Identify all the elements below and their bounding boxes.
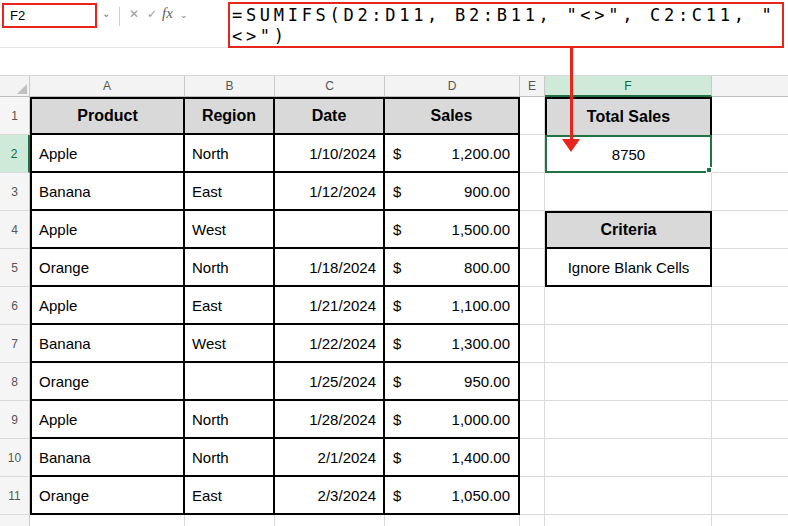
column-header-A[interactable]: A [30, 76, 185, 97]
cell-E2[interactable] [520, 135, 545, 173]
row-header-2-selected[interactable]: 2 [0, 135, 30, 173]
cell-G9[interactable] [712, 401, 788, 439]
cell-A5[interactable]: Orange [30, 249, 185, 287]
cell-C9[interactable]: 1/28/2024 [275, 401, 385, 439]
cell-C12[interactable] [275, 515, 385, 526]
cancel-icon[interactable]: ✕ [129, 7, 139, 21]
cell-F11[interactable] [545, 477, 712, 515]
cell-B4[interactable]: West [185, 211, 275, 249]
cell-G3[interactable] [712, 173, 788, 211]
cell-F6[interactable] [545, 287, 712, 325]
column-header-D[interactable]: D [385, 76, 520, 97]
cell-F10[interactable] [545, 439, 712, 477]
cell-B3[interactable]: East [185, 173, 275, 211]
cell-D8[interactable]: $950.00 [385, 363, 520, 401]
row-header-3[interactable]: 3 [0, 173, 30, 211]
cell-E4[interactable] [520, 211, 545, 249]
cell-B9[interactable]: North [185, 401, 275, 439]
insert-function-icon[interactable]: fx [162, 5, 173, 22]
cell-A6[interactable]: Apple [30, 287, 185, 325]
cell-D12[interactable] [385, 515, 520, 526]
cell-F4[interactable]: Criteria [545, 211, 712, 249]
row-header-1[interactable]: 1 [0, 97, 30, 135]
cell-C2[interactable]: 1/10/2024 [275, 135, 385, 173]
cell-A4[interactable]: Apple [30, 211, 185, 249]
cell-A9[interactable]: Apple [30, 401, 185, 439]
name-box[interactable]: F2 [2, 3, 97, 28]
cell-D4[interactable]: $1,500.00 [385, 211, 520, 249]
cell-D9[interactable]: $1,000.00 [385, 401, 520, 439]
cell-G4[interactable] [712, 211, 788, 249]
cell-F3[interactable] [545, 173, 712, 211]
row-header-8[interactable]: 8 [0, 363, 30, 401]
cell-A12[interactable] [30, 515, 185, 526]
cell-B2[interactable]: North [185, 135, 275, 173]
cell-E3[interactable] [520, 173, 545, 211]
cell-G8[interactable] [712, 363, 788, 401]
fx-dropdown-icon[interactable]: ⌄ [180, 10, 188, 20]
cell-E9[interactable] [520, 401, 545, 439]
cell-E5[interactable] [520, 249, 545, 287]
cell-E12[interactable] [520, 515, 545, 526]
cell-D11[interactable]: $1,050.00 [385, 477, 520, 515]
column-header-C[interactable]: C [275, 76, 385, 97]
cell-G2[interactable] [712, 135, 788, 173]
row-header-9[interactable]: 9 [0, 401, 30, 439]
cell-G7[interactable] [712, 325, 788, 363]
cell-D7[interactable]: $1,300.00 [385, 325, 520, 363]
row-header-12[interactable] [0, 515, 30, 526]
cell-E8[interactable] [520, 363, 545, 401]
cell-C1[interactable]: Date [275, 97, 385, 135]
row-header-5[interactable]: 5 [0, 249, 30, 287]
cell-A7[interactable]: Banana [30, 325, 185, 363]
cell-G1[interactable] [712, 97, 788, 135]
cell-A1[interactable]: Product [30, 97, 185, 135]
cell-D3[interactable]: $900.00 [385, 173, 520, 211]
cell-B7[interactable]: West [185, 325, 275, 363]
cell-A2[interactable]: Apple [30, 135, 185, 173]
fill-handle[interactable] [706, 167, 712, 173]
cell-B11[interactable]: East [185, 477, 275, 515]
cell-A10[interactable]: Banana [30, 439, 185, 477]
row-header-4[interactable]: 4 [0, 211, 30, 249]
enter-icon[interactable]: ✓ [147, 7, 157, 21]
cell-F7[interactable] [545, 325, 712, 363]
cell-E11[interactable] [520, 477, 545, 515]
select-all-corner[interactable] [0, 76, 30, 97]
cell-F12[interactable] [545, 515, 712, 526]
cell-B6[interactable]: East [185, 287, 275, 325]
row-header-6[interactable]: 6 [0, 287, 30, 325]
cell-C5[interactable]: 1/18/2024 [275, 249, 385, 287]
cell-C8[interactable]: 1/25/2024 [275, 363, 385, 401]
cell-G5[interactable] [712, 249, 788, 287]
cell-E10[interactable] [520, 439, 545, 477]
cell-E6[interactable] [520, 287, 545, 325]
cell-D1[interactable]: Sales [385, 97, 520, 135]
cell-C11[interactable]: 2/3/2024 [275, 477, 385, 515]
cell-B5[interactable]: North [185, 249, 275, 287]
cell-A8[interactable]: Orange [30, 363, 185, 401]
cell-C4[interactable] [275, 211, 385, 249]
cell-F5[interactable]: Ignore Blank Cells [545, 249, 712, 287]
cell-F9[interactable] [545, 401, 712, 439]
cell-D6[interactable]: $1,100.00 [385, 287, 520, 325]
cell-D10[interactable]: $1,400.00 [385, 439, 520, 477]
cell-B1[interactable]: Region [185, 97, 275, 135]
row-header-11[interactable]: 11 [0, 477, 30, 515]
cell-G11[interactable] [712, 477, 788, 515]
cell-G10[interactable] [712, 439, 788, 477]
cell-C7[interactable]: 1/22/2024 [275, 325, 385, 363]
cell-G6[interactable] [712, 287, 788, 325]
cell-E7[interactable] [520, 325, 545, 363]
cell-A3[interactable]: Banana [30, 173, 185, 211]
formula-input[interactable]: =SUMIFS(D2:D11, B2:B11, "<>", C2:C11, "<… [228, 2, 784, 48]
name-box-dropdown-icon[interactable]: ⌄ [102, 8, 110, 19]
cell-C6[interactable]: 1/21/2024 [275, 287, 385, 325]
cell-E1[interactable] [520, 97, 545, 135]
row-header-7[interactable]: 7 [0, 325, 30, 363]
cell-A11[interactable]: Orange [30, 477, 185, 515]
cell-C10[interactable]: 2/1/2024 [275, 439, 385, 477]
cell-B10[interactable]: North [185, 439, 275, 477]
cell-B12[interactable] [185, 515, 275, 526]
cell-F8[interactable] [545, 363, 712, 401]
